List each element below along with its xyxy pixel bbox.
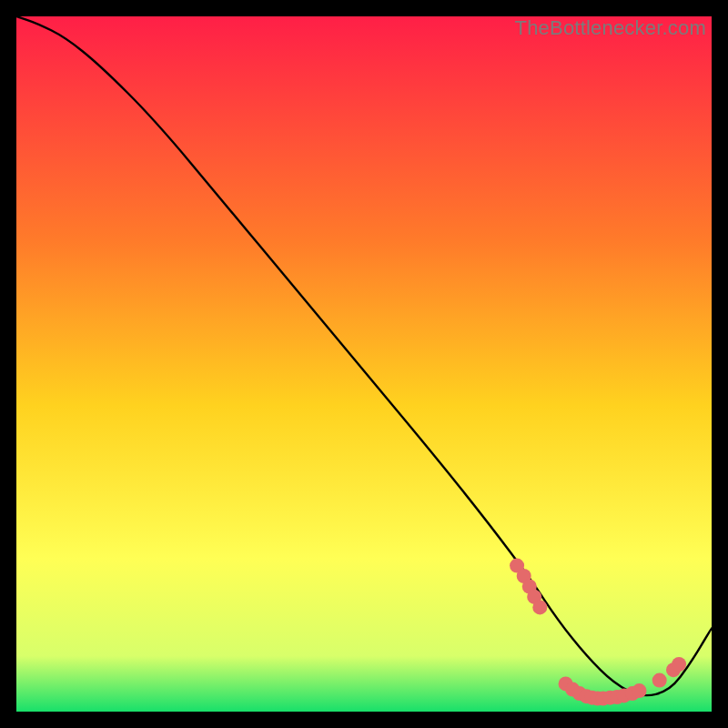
gradient-background <box>16 16 712 712</box>
watermark-text: TheBottlenecker.com <box>515 16 706 40</box>
data-marker <box>652 673 667 688</box>
data-marker <box>532 600 547 614</box>
chart-frame: TheBottlenecker.com <box>16 16 712 712</box>
bottleneck-chart <box>16 16 712 712</box>
data-marker <box>632 683 647 698</box>
data-marker <box>672 657 686 672</box>
